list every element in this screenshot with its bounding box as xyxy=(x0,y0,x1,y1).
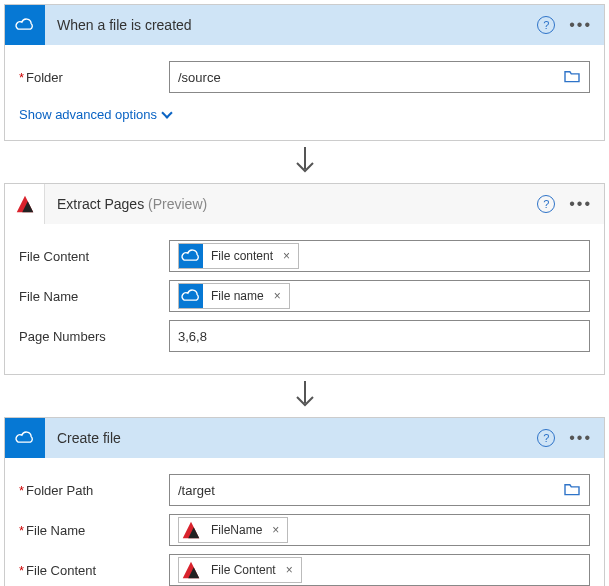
step2-header[interactable]: Extract Pages (Preview) ? ••• xyxy=(5,184,604,224)
step1-header[interactable]: When a file is created ? ••• xyxy=(5,5,604,45)
kofax-icon xyxy=(179,518,203,542)
folder-input[interactable]: /source xyxy=(169,61,590,93)
token-file-name[interactable]: File name × xyxy=(178,283,290,309)
field-folder-path: *Folder Path /target xyxy=(19,474,590,506)
more-menu[interactable]: ••• xyxy=(569,433,592,443)
file-content-input[interactable]: File content × xyxy=(169,240,590,272)
help-icon[interactable]: ? xyxy=(537,16,555,34)
step-create-file: Create file ? ••• *Folder Path /target *… xyxy=(4,417,605,586)
field-page-numbers: Page Numbers 3,6,8 xyxy=(19,320,590,352)
show-advanced-options[interactable]: Show advanced options xyxy=(19,101,171,126)
kofax-icon xyxy=(5,184,45,224)
help-icon[interactable]: ? xyxy=(537,429,555,447)
file-name-label: *File Name xyxy=(19,523,169,538)
token-filename[interactable]: FileName × xyxy=(178,517,288,543)
remove-token-icon[interactable]: × xyxy=(281,249,290,263)
remove-token-icon[interactable]: × xyxy=(270,523,279,537)
kofax-icon xyxy=(179,558,203,582)
remove-token-icon[interactable]: × xyxy=(284,563,293,577)
file-name-input[interactable]: File name × xyxy=(169,280,590,312)
help-icon[interactable]: ? xyxy=(537,195,555,213)
file-content-label: *File Content xyxy=(19,563,169,578)
field-file-name: File Name File name × xyxy=(19,280,590,312)
onedrive-icon xyxy=(179,244,203,268)
folder-label: *Folder xyxy=(19,70,169,85)
field-file-content: File Content File content × xyxy=(19,240,590,272)
step3-title: Create file xyxy=(45,430,533,446)
page-numbers-input[interactable]: 3,6,8 xyxy=(169,320,590,352)
more-menu[interactable]: ••• xyxy=(569,199,592,209)
step-extract-pages: Extract Pages (Preview) ? ••• File Conte… xyxy=(4,183,605,375)
onedrive-icon xyxy=(179,284,203,308)
field-file-name: *File Name FileName × xyxy=(19,514,590,546)
folder-path-input[interactable]: /target xyxy=(169,474,590,506)
token-filecontent[interactable]: File Content × xyxy=(178,557,302,583)
file-name-input[interactable]: FileName × xyxy=(169,514,590,546)
flow-arrow xyxy=(4,141,605,183)
field-file-content: *File Content File Content × xyxy=(19,554,590,586)
folder-picker-icon[interactable] xyxy=(563,69,581,86)
flow-arrow xyxy=(4,375,605,417)
onedrive-icon xyxy=(5,418,45,458)
step-when-file-created: When a file is created ? ••• *Folder /so… xyxy=(4,4,605,141)
step1-title: When a file is created xyxy=(45,17,533,33)
field-folder: *Folder /source xyxy=(19,61,590,93)
step3-header[interactable]: Create file ? ••• xyxy=(5,418,604,458)
folder-picker-icon[interactable] xyxy=(563,482,581,499)
more-menu[interactable]: ••• xyxy=(569,20,592,30)
token-file-content[interactable]: File content × xyxy=(178,243,299,269)
onedrive-icon xyxy=(5,5,45,45)
remove-token-icon[interactable]: × xyxy=(272,289,281,303)
chevron-down-icon xyxy=(161,107,172,118)
file-content-input[interactable]: File Content × xyxy=(169,554,590,586)
folder-path-label: *Folder Path xyxy=(19,483,169,498)
step2-title: Extract Pages (Preview) xyxy=(45,196,533,212)
